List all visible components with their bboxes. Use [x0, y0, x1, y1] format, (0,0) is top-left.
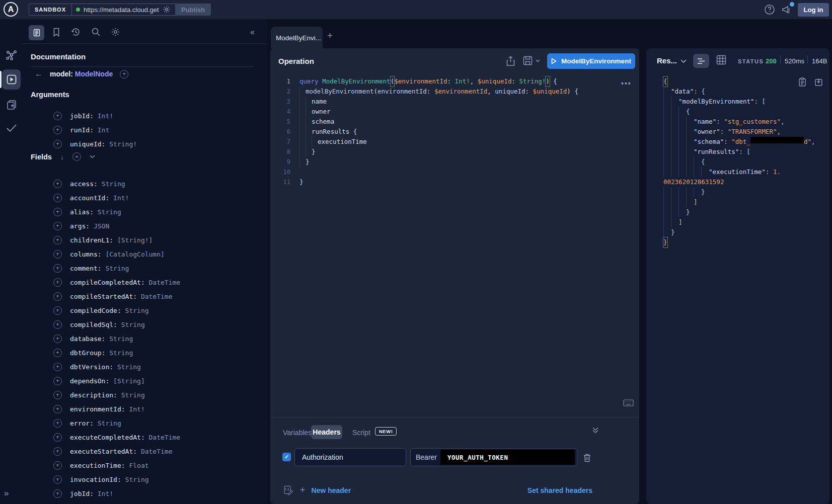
json-line[interactable]: "schema": "dbt_d", [663, 137, 815, 147]
save-operation-group[interactable] [523, 56, 540, 65]
set-shared-headers-link[interactable]: Set shared headers [482, 486, 592, 494]
field-name[interactable]: compiledCode: [70, 307, 125, 314]
field-name[interactable]: invocationId: [70, 476, 125, 483]
code-line[interactable]: } [299, 157, 578, 167]
field-type[interactable]: DateTime [149, 434, 181, 441]
json-line[interactable]: } [663, 237, 815, 247]
new-tab-plus-icon[interactable]: + [327, 30, 333, 41]
response-dropdown-chevron-icon[interactable] [680, 59, 687, 63]
json-line[interactable]: } [663, 187, 815, 197]
expand-rail-chevrons-icon[interactable]: » [4, 488, 9, 498]
add-field-button[interactable]: + [53, 419, 62, 428]
json-line[interactable]: "owner": "TRANSFORMER", [663, 127, 815, 137]
collections-icon[interactable] [6, 99, 18, 111]
json-line[interactable]: } [663, 207, 815, 217]
json-line[interactable]: ] [663, 197, 815, 207]
endpoint-settings-gear-icon[interactable] [163, 6, 171, 14]
endpoint-url[interactable]: https://metadata.cloud.get [84, 6, 159, 14]
field-name[interactable]: dbtVersion: [70, 363, 117, 371]
tab-script[interactable]: Script [352, 429, 370, 437]
tab-bookmarks[interactable] [52, 27, 61, 37]
code-line[interactable]: executionTime [299, 137, 578, 147]
json-line[interactable]: } [663, 227, 815, 237]
apollo-logo-icon[interactable]: A [4, 2, 18, 17]
field-name[interactable]: columns: [70, 250, 105, 258]
add-field-button[interactable]: + [53, 278, 62, 287]
add-field-button[interactable]: + [53, 320, 62, 329]
code-line[interactable]: modelByEnvironment(environmentId: $envir… [299, 87, 578, 97]
json-line[interactable]: 0023620128631592 [663, 177, 815, 187]
field-type[interactable]: String [117, 363, 141, 371]
field-type[interactable]: [String] [113, 377, 145, 385]
tab-variables[interactable]: Variables [283, 429, 312, 437]
header-key-input[interactable]: Authorization [294, 448, 406, 466]
argument-name[interactable]: runId: [70, 126, 98, 134]
json-line[interactable]: "data": { [663, 87, 815, 97]
back-arrow-icon[interactable]: ← [35, 69, 43, 78]
save-icon[interactable] [523, 56, 533, 65]
field-type[interactable]: DateTime [141, 293, 173, 300]
add-field-button[interactable]: + [53, 222, 62, 230]
field-name[interactable]: comment: [70, 265, 105, 272]
run-operation-button[interactable]: ModelByEnvironment [547, 53, 635, 69]
add-field-button[interactable]: + [53, 363, 62, 371]
field-type[interactable]: String [121, 321, 145, 328]
operation-tab[interactable]: ModelByEnvi... [271, 27, 323, 49]
field-name[interactable]: alias: [70, 208, 98, 216]
field-type[interactable]: String [121, 391, 145, 399]
field-name[interactable]: jobId: [70, 490, 98, 497]
field-name[interactable]: compiledSql: [70, 321, 121, 328]
code-line[interactable]: } [299, 177, 578, 187]
publish-button[interactable]: Publish [175, 4, 211, 16]
add-field-button[interactable]: + [53, 461, 62, 470]
argument-name[interactable]: jobId: [70, 112, 98, 120]
endpoint-url-field[interactable]: https://metadata.cloud.get [72, 4, 178, 15]
add-field-button[interactable]: + [53, 180, 62, 188]
json-line[interactable]: "modelByEnvironment": [ [663, 97, 815, 107]
field-name[interactable]: childrenL1: [70, 236, 117, 244]
argument-type[interactable]: String! [109, 140, 137, 148]
add-field-button[interactable]: + [53, 405, 62, 413]
collapse-panel-icon[interactable]: « [250, 28, 255, 37]
add-field-button[interactable]: + [53, 489, 62, 498]
breadcrumb-type[interactable]: ModelNode [75, 70, 113, 78]
json-line[interactable]: { [663, 157, 815, 167]
field-type[interactable]: DateTime [149, 279, 181, 286]
field-name[interactable]: executeCompletedAt: [70, 434, 149, 441]
code-line[interactable]: query ModelByEnvironment($environmentId:… [299, 76, 578, 87]
field-type[interactable]: Int! [129, 405, 144, 413]
delete-header-trash-icon[interactable] [583, 453, 591, 462]
header-enabled-checkbox[interactable]: ✓ [282, 453, 291, 461]
tab-settings[interactable] [111, 27, 120, 37]
checks-icon[interactable] [5, 122, 18, 134]
add-field-button[interactable]: + [53, 140, 62, 148]
help-icon[interactable] [764, 4, 775, 15]
json-line[interactable]: "name": "stg_customers", [663, 117, 815, 127]
tab-headers[interactable]: Headers [311, 425, 342, 439]
response-json[interactable]: {"data": {"modelByEnvironment": [{"name"… [663, 76, 815, 247]
add-field-button[interactable]: + [53, 349, 62, 357]
add-field-button[interactable]: + [53, 112, 62, 120]
tab-search[interactable] [91, 27, 101, 37]
add-field-button[interactable]: + [53, 433, 62, 442]
share-operation-icon[interactable] [506, 56, 515, 66]
add-field-button[interactable]: + [53, 391, 62, 399]
field-name[interactable]: accountId: [70, 194, 113, 202]
save-dropdown-chevron-icon[interactable] [536, 59, 540, 62]
tab-docs[interactable] [29, 25, 44, 40]
argument-type[interactable]: Int! [98, 112, 113, 120]
auth-token-chip[interactable]: YOUR_AUTH_TOKEN [440, 450, 575, 465]
tab-history[interactable] [71, 27, 81, 37]
field-type[interactable]: Int! [113, 194, 129, 202]
field-name[interactable]: args: [70, 222, 94, 230]
field-name[interactable]: compileStartedAt: [70, 293, 141, 300]
field-type[interactable]: String [102, 180, 125, 188]
field-type[interactable]: String [98, 208, 121, 216]
graphql-editor[interactable]: query ModelByEnvironment($environmentId:… [299, 76, 578, 187]
code-line[interactable]: runResults { [299, 127, 578, 137]
json-line[interactable]: "executionTime": 1. [663, 167, 815, 177]
code-line[interactable] [299, 167, 578, 177]
announcements-megaphone-icon[interactable] [781, 4, 793, 15]
field-type[interactable]: String [105, 265, 129, 272]
field-type[interactable]: Float [129, 462, 148, 469]
